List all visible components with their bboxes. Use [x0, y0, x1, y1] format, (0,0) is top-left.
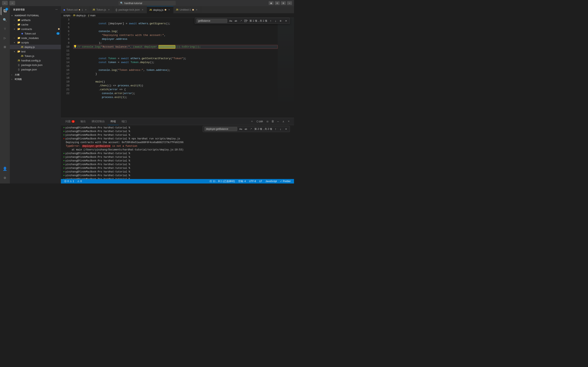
tab-deploy-js[interactable]: JS deploy.js × — [147, 6, 173, 13]
nav-back-button[interactable]: ← — [2, 1, 8, 5]
code-line-10: 💡 // console.log("Account balance:", (aw… — [73, 45, 278, 49]
status-warnings[interactable]: ⚠ 0 — [76, 179, 83, 184]
outline-section[interactable]: › 大纲 — [10, 73, 61, 77]
sidebar-item-deploy-js[interactable]: JS deploy.js — [10, 45, 61, 49]
sidebar-item-scripts[interactable]: ▾ 📂 scripts — [10, 40, 61, 45]
sidebar-item-test[interactable]: ▾ 📂 test — [10, 49, 61, 54]
tab-close-icon[interactable]: × — [141, 8, 144, 11]
panel-more-button[interactable]: ⋯ — [276, 119, 280, 124]
terminal-line-error: TypeError: deployer.getBalance is not a … — [63, 144, 291, 148]
find-whole-word-button[interactable]: ab — [234, 19, 238, 23]
terminal-line: ● yinzhang@YindeMacBook-Pro hardhat-tuto… — [63, 163, 291, 166]
sidebar-item-artifacts[interactable]: › 📁 artifacts — [10, 18, 61, 22]
tab-close-icon[interactable]: × — [107, 8, 111, 11]
panel-tab-debug-console[interactable]: 调试控制台 — [89, 118, 108, 125]
sidebar-item-package-json[interactable]: {} package.json — [10, 67, 61, 72]
sidebar-item-contracts[interactable]: ▾ 📂 contracts — [10, 27, 61, 31]
status-prettier[interactable]: ✓ Prettier — [279, 179, 292, 184]
folder-icon: 📁 — [17, 36, 20, 40]
sidebar-item-token-js[interactable]: JS Token.js — [10, 54, 61, 58]
global-search-bar[interactable]: 🔍 hardhat-tutorial — [119, 1, 176, 5]
panel-tab-problems[interactable]: 问题 1 — [62, 118, 78, 125]
sidebar-root-folder[interactable]: ▾ HARDHAT-TUTORIAL — [10, 13, 61, 18]
new-terminal-button[interactable]: + — [250, 119, 254, 124]
kill-terminal-button[interactable]: 🗑 — [271, 119, 275, 124]
layout-button[interactable]: ⊟ — [275, 1, 280, 5]
find-preserve-case-button[interactable]: 🄰ᴮ — [244, 19, 248, 23]
extensions-activity-icon[interactable]: ⊞ — [1, 43, 9, 51]
sidebar-item-token-sol[interactable]: ◆ Token.sol 1 — [10, 31, 61, 36]
tab-close-icon[interactable]: × — [195, 8, 198, 11]
status-bar: ⓪ 0 ⚠ 1 ⚠ 0 行 11，列 1 (已选择82) 空格: 4 UTF-8 — [61, 179, 294, 184]
term-find-prev[interactable]: ↑ — [273, 127, 278, 131]
line-numbers: 3 4 5 6 7 8 9 10 11 12 13 14 15 16 — [61, 18, 71, 118]
find-next-button[interactable]: ↓ — [273, 19, 278, 23]
timeline-section[interactable]: › 时间线 — [10, 77, 61, 82]
status-indentation[interactable]: 空格: 4 — [237, 179, 247, 184]
find-match-case-button[interactable]: Aa — [228, 19, 233, 23]
panel-tab-terminal[interactable]: 终端 — [108, 118, 119, 125]
sidebar-item-hardhat-config[interactable]: JS hardhat.config.js — [10, 58, 61, 63]
tab-untitled-1[interactable]: JS Untitled-1 × — [173, 6, 201, 13]
status-errors[interactable]: ⓪ 0 ⚠ 1 — [62, 179, 76, 184]
tab-token-sol[interactable]: ◆ Token.sol 1 × — [61, 6, 90, 13]
find-prev-button[interactable]: ↑ — [268, 19, 273, 23]
term-find-whole-word[interactable]: ab — [244, 127, 248, 131]
term-find-regex[interactable]: .* — [249, 127, 253, 131]
terminal-line: ● yinzhang@YindeMacBook-Pro hardhat-tuto… — [63, 177, 291, 179]
panel-tab-ports[interactable]: 端口 — [119, 118, 130, 125]
panel-maximize-button[interactable]: ∧ — [281, 119, 285, 124]
status-line-ending[interactable]: LF — [258, 179, 264, 184]
find-regex-button[interactable]: .* — [239, 19, 243, 23]
settings-activity-icon[interactable]: ⚙ — [1, 174, 9, 182]
status-language-mode[interactable]: JavaScript — [264, 179, 279, 184]
term-find-close[interactable]: × — [284, 127, 288, 131]
code-line-11 — [73, 49, 278, 53]
sidebar-item-package-lock[interactable]: {} package-lock.json — [10, 63, 61, 67]
editor-container[interactable]: getBalance Aa ab .* 🄰ᴮ 第 1 项，共 1 项 ↑ ↓ ≡… — [61, 18, 294, 118]
terminal-content[interactable]: deployer.getBalance Aa ab .* 第 2 项，共 2 项… — [61, 125, 294, 179]
find-list-button[interactable]: ≡ — [278, 19, 283, 23]
files-activity-icon[interactable]: ⧉ 2 — [1, 7, 9, 15]
panel-close-button[interactable]: × — [287, 119, 291, 124]
tab-close-icon[interactable]: × — [84, 8, 87, 11]
code-line-5: console.log( — [73, 25, 278, 29]
terminal-line: ● yinzhang@YindeMacBook-Pro hardhat-tuto… — [63, 133, 291, 137]
source-control-activity-icon[interactable]: ⑂ — [1, 25, 9, 33]
term-find-match-case[interactable]: Aa — [239, 127, 243, 131]
terminal-line: ● yinzhang@YindeMacBook-Pro hardhat-tuto… — [63, 159, 291, 163]
find-input[interactable]: getBalance — [196, 19, 227, 23]
sidebar-toggle-button[interactable]: ▣ — [269, 1, 273, 5]
account-activity-icon[interactable]: 👤 — [1, 165, 9, 173]
terminal-line: ● yinzhang@YindeMacBook-Pro hardhat-tuto… — [63, 174, 291, 177]
more-button[interactable]: ⋯ — [287, 1, 292, 5]
breadcrumb-deploy-js[interactable]: deploy.js — [76, 14, 85, 17]
js-file-icon: JS — [20, 54, 24, 58]
code-line-12: const Token = await ethers.getContractFa… — [73, 53, 278, 57]
tab-close-icon[interactable]: × — [168, 8, 171, 11]
tab-package-lock[interactable]: {} package-lock.json × — [113, 6, 147, 13]
sidebar-item-node-modules[interactable]: › 📁 node_modules — [10, 36, 61, 40]
split-button[interactable]: ⊞ — [281, 1, 286, 5]
terminal-line: at main (/Users/yinzhang/Documents/hardh… — [63, 148, 291, 152]
breadcrumb-main[interactable]: main — [90, 14, 95, 17]
find-count: 第 1 项，共 1 项 — [249, 19, 267, 23]
search-activity-icon[interactable]: 🔍 — [1, 16, 9, 24]
find-close-button[interactable]: × — [284, 19, 288, 23]
tab-token-js[interactable]: JS Token.js × — [90, 6, 113, 13]
js-file-icon: JS — [20, 45, 24, 49]
breadcrumb-scripts[interactable]: scripts — [63, 14, 70, 17]
terminal-find-input[interactable]: deployer.getBalance — [205, 127, 237, 131]
status-encoding[interactable]: UTF-8 — [247, 179, 258, 184]
code-area[interactable]: const [deployer] = await ethers.getSigne… — [71, 18, 278, 118]
run-debug-activity-icon[interactable]: ▷ — [1, 34, 9, 42]
split-terminal-button[interactable]: ⊟ — [265, 119, 270, 124]
code-line-17 — [73, 72, 278, 76]
term-find-next[interactable]: ↓ — [278, 127, 283, 131]
nav-forward-button[interactable]: → — [9, 1, 15, 5]
sidebar-item-cache[interactable]: › 📁 cache — [10, 22, 61, 27]
sidebar-more-icon[interactable]: ⋯ — [55, 8, 58, 11]
status-cursor-position[interactable]: 行 11，列 1 (已选择82) — [208, 179, 236, 184]
search-icon: 🔍 — [120, 2, 123, 5]
panel-tab-output[interactable]: 输出 — [78, 118, 89, 125]
